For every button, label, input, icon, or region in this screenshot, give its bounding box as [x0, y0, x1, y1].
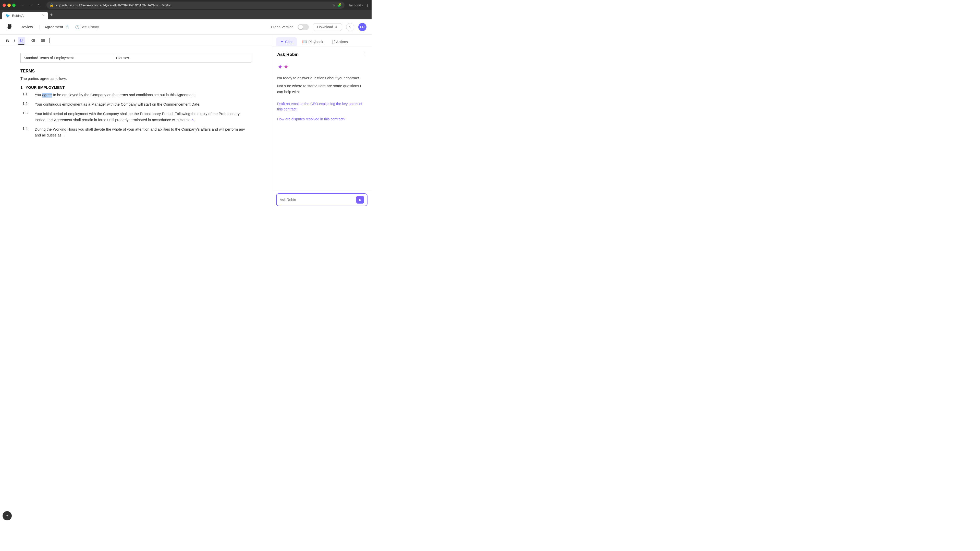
see-history-button[interactable]: 🕐 See History — [73, 24, 101, 30]
editor-toolbar: B i U — [0, 35, 272, 47]
reload-button[interactable]: ↻ — [36, 2, 42, 8]
section-title: TERMS — [21, 69, 251, 73]
clause-text-1-4: During the Working Hours you shall devot… — [35, 127, 251, 138]
app-header: Review | Agreement 📄 🕐 See History Clean… — [0, 19, 372, 35]
robin-icon-area: ✦✦ — [277, 63, 366, 71]
robin-sparkle-icon: ✦✦ — [277, 63, 289, 71]
agreement-icon: 📄 — [65, 25, 69, 29]
clause-text-1-2: Your continuous employment as a Manager … — [35, 102, 200, 107]
main-layout: B i U — [0, 35, 372, 209]
avatar-button[interactable]: LD — [358, 23, 366, 31]
tab-chat[interactable]: ✦ Chat — [276, 37, 297, 46]
clean-version-label: Clean Version — [271, 25, 293, 29]
cursor-indicator — [49, 38, 50, 43]
clause-num-1-3: 1.3 — [22, 111, 30, 123]
document-area: B i U — [0, 35, 272, 209]
extensions-icon: 🧩 — [337, 3, 342, 7]
clause-num-1-2: 1.2 — [22, 102, 30, 107]
clause-text-1-1: You agree to be employed by the Company … — [35, 92, 196, 98]
document-content[interactable]: Standard Terms of Employment Clauses TER… — [0, 47, 272, 209]
review-button[interactable]: Review — [18, 24, 35, 30]
incognito-label: Incognito — [349, 3, 363, 7]
clause-num-1-1: 1.1 — [22, 92, 30, 98]
clause-1-title: 1 YOUR EMPLOYMENT — [21, 85, 251, 89]
underline-button[interactable]: U — [18, 37, 25, 44]
maximize-window-button[interactable] — [12, 3, 16, 7]
clause-num-1-4: 1.4 — [22, 127, 30, 138]
clause-item-1-4: 1.4 During the Working Hours you shall d… — [21, 127, 251, 138]
help-button[interactable]: ? — [346, 23, 354, 31]
right-panel: ✦ Chat 📖 Playbook [ ] Actions Ask Robin … — [272, 35, 372, 209]
forward-button[interactable]: → — [28, 2, 35, 8]
lock-icon: 🔒 — [49, 3, 54, 7]
tab-actions[interactable]: [ ] Actions — [328, 37, 352, 46]
star-icon: ☆ — [332, 3, 336, 7]
ask-robin-header: Ask Robin ⋮ — [277, 52, 366, 58]
browser-menu-icon[interactable]: ⋮ — [366, 3, 369, 7]
robin-sub-text: Not sure where to start? Here are some q… — [277, 83, 366, 95]
ask-robin-input[interactable] — [280, 198, 354, 202]
back-button[interactable]: ← — [20, 2, 26, 8]
minimize-window-button[interactable] — [7, 3, 11, 7]
tab-close-button[interactable]: ✕ — [42, 14, 45, 17]
download-icon: ⬇ — [334, 25, 338, 29]
header-right: Clean Version Download ⬇ ? LD — [271, 23, 366, 31]
url-text: app.robinai.co.uk/review/contract/Q29udH… — [56, 3, 330, 7]
indent-decrease-button[interactable] — [29, 37, 38, 44]
close-window-button[interactable] — [3, 3, 6, 7]
more-options-button[interactable]: ⋮ — [361, 52, 366, 58]
active-tab[interactable]: 🐦 Robin AI ✕ — [2, 12, 48, 19]
clause-text-1-3: Your initial period of employment with t… — [35, 111, 251, 123]
table-cell-col1: Standard Terms of Employment — [21, 53, 113, 63]
new-tab-button[interactable]: + — [48, 12, 55, 17]
tab-title: Robin AI — [12, 14, 24, 17]
doc-intro: The parties agree as follows: — [21, 76, 251, 81]
address-bar[interactable]: 🔒 app.robinai.co.uk/review/contract/Q29u… — [46, 2, 345, 9]
indent-increase-button[interactable] — [39, 37, 48, 44]
header-separator: | — [39, 24, 40, 30]
panel-content: Ask Robin ⋮ ✦✦ I'm ready to answer quest… — [272, 46, 372, 209]
tab-playbook[interactable]: 📖 Playbook — [298, 37, 328, 46]
tab-favicon: 🐦 — [6, 14, 10, 17]
document-table: Standard Terms of Employment Clauses — [21, 53, 251, 63]
browser-navigation: ← → ↻ — [20, 2, 42, 8]
italic-button[interactable]: i — [12, 37, 17, 44]
send-button[interactable]: ▶ — [356, 196, 364, 203]
agreement-title: Agreement 📄 — [45, 25, 69, 29]
highlighted-word-agree: agree — [42, 93, 52, 97]
address-bar-icons: ☆ 🧩 — [332, 3, 342, 7]
panel-tabs: ✦ Chat 📖 Playbook [ ] Actions — [272, 35, 372, 46]
toolbar-divider — [27, 38, 27, 44]
download-button[interactable]: Download ⬇ — [313, 23, 342, 31]
clause-6-link[interactable]: 6 — [191, 118, 193, 122]
browser-chrome: ← → ↻ 🔒 app.robinai.co.uk/review/contrac… — [0, 0, 372, 10]
tab-bar: 🐦 Robin AI ✕ + — [0, 10, 372, 19]
robin-intro-text: I'm ready to answer questions about your… — [277, 75, 366, 81]
clause-item-1-2: 1.2 Your continuous employment as a Mana… — [21, 102, 251, 107]
suggested-link-2[interactable]: How are disputes resolved in this contra… — [277, 116, 345, 123]
bold-button[interactable]: B — [4, 37, 11, 44]
ask-robin-input-area: ▶ — [272, 190, 372, 209]
table-cell-col2: Clauses — [113, 53, 251, 63]
clause-item-1-3: 1.3 Your initial period of employment wi… — [21, 111, 251, 123]
send-icon: ▶ — [359, 198, 362, 202]
chat-icon: ✦ — [280, 39, 283, 44]
logo — [5, 22, 14, 32]
window-controls — [3, 3, 16, 7]
svg-point-0 — [10, 24, 11, 26]
clean-version-toggle[interactable] — [298, 24, 309, 30]
history-icon: 🕐 — [75, 25, 80, 29]
ask-robin-input-box: ▶ — [276, 193, 368, 206]
ask-robin-title: Ask Robin — [277, 52, 299, 57]
playbook-icon: 📖 — [302, 39, 307, 44]
suggested-link-1[interactable]: Draft an email to the CEO explaining the… — [277, 100, 366, 113]
clause-item-1-1: 1.1 You agree to be employed by the Comp… — [21, 92, 251, 98]
